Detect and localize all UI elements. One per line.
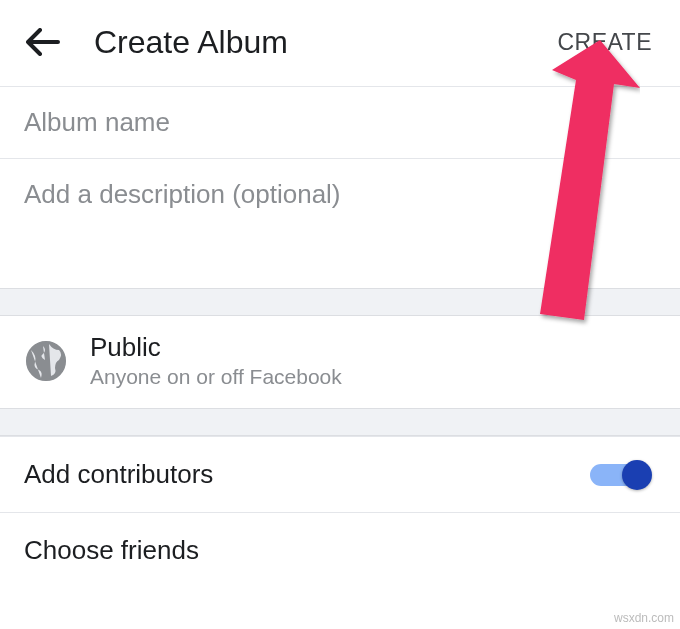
create-button[interactable]: CREATE [555, 23, 654, 62]
add-contributors-toggle[interactable] [590, 461, 646, 489]
add-contributors-row: Add contributors [0, 436, 680, 512]
album-name-input[interactable]: Album name [0, 87, 680, 159]
back-button[interactable] [26, 22, 66, 62]
album-description-input[interactable]: Add a description (optional) [0, 159, 680, 288]
section-divider [0, 288, 680, 316]
privacy-subtitle: Anyone on or off Facebook [90, 363, 656, 390]
choose-friends-row[interactable]: Choose friends [0, 512, 680, 588]
privacy-selector[interactable]: Public Anyone on or off Facebook [0, 316, 680, 408]
privacy-title: Public [90, 332, 656, 363]
page-title: Create Album [94, 24, 555, 61]
add-contributors-label: Add contributors [24, 459, 213, 490]
watermark: wsxdn.com [614, 611, 674, 625]
choose-friends-label: Choose friends [24, 535, 199, 566]
globe-icon [24, 339, 68, 383]
section-divider [0, 408, 680, 436]
header-bar: Create Album CREATE [0, 0, 680, 87]
back-arrow-icon [26, 28, 60, 56]
privacy-text: Public Anyone on or off Facebook [90, 332, 656, 390]
